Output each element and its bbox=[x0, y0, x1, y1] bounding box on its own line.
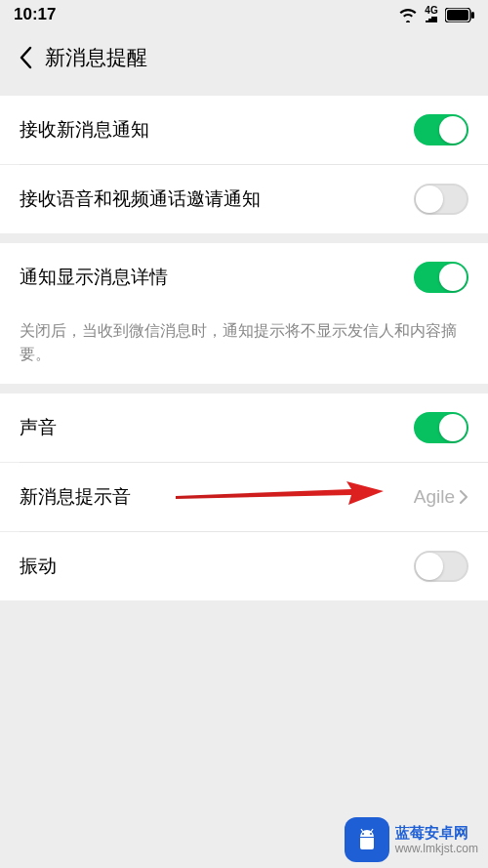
row-receive-notify[interactable]: 接收新消息通知 bbox=[0, 96, 488, 164]
toggle-show-detail[interactable] bbox=[414, 262, 468, 293]
row-label: 通知显示消息详情 bbox=[20, 265, 168, 290]
toggle-receive-notify[interactable] bbox=[414, 114, 468, 145]
section-gap bbox=[0, 86, 488, 96]
watermark-logo bbox=[345, 817, 389, 862]
description-block: 关闭后，当收到微信消息时，通知提示将不显示发信人和内容摘要。 bbox=[0, 311, 488, 384]
status-bar: 10:17 4G bbox=[0, 0, 488, 29]
watermark-url: www.lmkjst.com bbox=[395, 842, 478, 855]
network-4g-icon: 4G bbox=[424, 6, 439, 23]
row-tone[interactable]: 新消息提示音 Agile bbox=[0, 463, 488, 531]
watermark-name: 蓝莓安卓网 bbox=[395, 824, 478, 842]
row-value: Agile bbox=[414, 486, 455, 508]
svg-point-3 bbox=[362, 833, 364, 835]
row-receive-call[interactable]: 接收语音和视频通话邀请通知 bbox=[0, 165, 488, 233]
row-label: 接收语音和视频通话邀请通知 bbox=[20, 186, 261, 212]
svg-line-5 bbox=[361, 829, 363, 832]
divider bbox=[20, 164, 488, 165]
chevron-left-icon bbox=[19, 46, 32, 69]
toggle-vibrate[interactable] bbox=[414, 551, 468, 582]
nav-header: 新消息提醒 bbox=[0, 29, 488, 86]
section-gap bbox=[0, 233, 488, 243]
toggle-knob bbox=[439, 116, 467, 144]
toggle-knob bbox=[416, 553, 443, 580]
toggle-knob bbox=[416, 186, 443, 213]
toggle-knob bbox=[439, 414, 467, 441]
row-label: 接收新消息通知 bbox=[20, 117, 149, 143]
page-title: 新消息提醒 bbox=[45, 44, 147, 71]
row-value-container: Agile bbox=[414, 486, 468, 508]
toggle-receive-call[interactable] bbox=[414, 184, 468, 215]
row-label: 声音 bbox=[20, 415, 57, 440]
battery-icon bbox=[445, 8, 474, 22]
svg-point-4 bbox=[370, 833, 372, 835]
chevron-right-icon bbox=[459, 489, 468, 505]
watermark-text: 蓝莓安卓网 www.lmkjst.com bbox=[395, 824, 478, 855]
svg-line-6 bbox=[371, 829, 373, 832]
android-icon bbox=[352, 825, 382, 854]
toggle-knob bbox=[439, 264, 467, 291]
back-button[interactable] bbox=[10, 42, 41, 73]
watermark: 蓝莓安卓网 www.lmkjst.com bbox=[335, 811, 488, 868]
row-label: 新消息提示音 bbox=[20, 484, 131, 510]
row-sound[interactable]: 声音 bbox=[0, 393, 488, 462]
row-vibrate[interactable]: 振动 bbox=[0, 532, 488, 600]
divider bbox=[20, 531, 488, 532]
section-gap bbox=[0, 384, 488, 393]
svg-rect-1 bbox=[447, 10, 468, 21]
toggle-sound[interactable] bbox=[414, 412, 468, 443]
row-label: 振动 bbox=[20, 554, 57, 579]
description-text: 关闭后，当收到微信消息时，通知提示将不显示发信人和内容摘要。 bbox=[20, 319, 468, 366]
wifi-icon bbox=[398, 7, 418, 22]
status-time: 10:17 bbox=[14, 5, 56, 24]
row-show-detail[interactable]: 通知显示消息详情 bbox=[0, 243, 488, 311]
status-icons: 4G bbox=[398, 6, 474, 23]
svg-rect-2 bbox=[471, 12, 474, 19]
divider bbox=[20, 462, 488, 463]
